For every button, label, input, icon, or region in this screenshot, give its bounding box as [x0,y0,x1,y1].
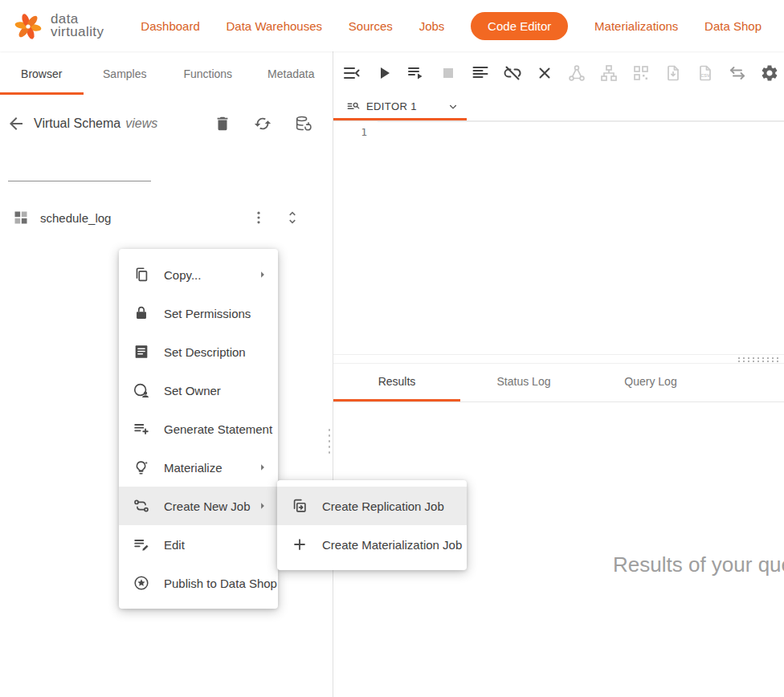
chevron-down-icon[interactable] [446,100,460,114]
nav-dashboard[interactable]: Dashboard [141,19,199,33]
nav-data-warehouses[interactable]: Data Warehouses [227,19,323,33]
unlink-button[interactable] [503,63,522,83]
copy-icon [133,266,150,283]
tab-samples[interactable]: Samples [84,51,167,95]
editor-toolbar: CSV [333,51,784,95]
export-csv-button: CSV [696,63,715,83]
owner-icon [133,381,150,399]
collapse-editor-list-button[interactable] [342,63,361,83]
menu-item-create-replication-job[interactable]: Create Replication Job [277,487,467,525]
plan-grid-icon [631,63,651,83]
database-refresh-button[interactable] [293,114,312,133]
settings-button[interactable] [760,63,779,83]
nav-jobs[interactable]: Jobs [419,19,445,33]
schema-title: Virtual Schemaviews [34,116,157,131]
delete-schema-button[interactable] [213,114,232,133]
menu-item-set-owner[interactable]: Set Owner [119,371,278,410]
tree-structure-icon [599,63,619,83]
refresh-icon [254,115,272,132]
play-icon [374,63,394,83]
manage-search-icon [346,100,361,114]
back-button[interactable] [6,114,26,133]
swap-horizontal-icon [728,63,747,83]
plus-icon [291,536,308,553]
graph-nodes-icon [567,63,586,83]
nav-materializations[interactable]: Materializations [594,19,678,33]
results-splitter[interactable] [333,354,784,364]
menu-item-generate-statement[interactable]: Generate Statement [119,410,278,448]
top-nav: data virtuality Dashboard Data Warehouse… [0,0,784,51]
tab-results[interactable]: Results [333,364,460,401]
main-area: Browser Samples Functions Metadata Virtu… [0,51,784,697]
menu-item-set-description[interactable]: Set Description [119,332,278,371]
menu-item-set-permissions[interactable]: Set Permissions [119,294,278,332]
editor-tab-label: EDITOR 1 [366,100,440,112]
schema-header: Virtual Schemaviews [6,114,333,133]
logo-text: data virtuality [51,13,104,39]
nav-sources[interactable]: Sources [349,19,393,33]
menu-item-create-new-job[interactable]: Create New Job [119,487,278,525]
submenu-arrow-icon [255,267,270,282]
workflow-icon [133,497,150,515]
menu-item-copy[interactable]: Copy... [119,255,278,294]
menu-item-edit[interactable]: Edit [119,525,278,564]
submenu-arrow-icon [255,499,270,513]
svg-text:CSV: CSV [700,73,710,78]
arrow-left-icon [6,114,26,133]
star-circle-icon [133,574,150,592]
run-script-button[interactable] [406,63,426,83]
sidebar-tabs: Browser Samples Functions Metadata [0,51,333,95]
logo-text-line2: virtuality [51,26,104,39]
tab-metadata[interactable]: Metadata [250,51,333,95]
panel-resize-handle[interactable] [327,427,332,454]
nav-code-editor[interactable]: Code Editor [471,12,568,40]
results-placeholder: Results of your queries will be displaye… [613,552,784,577]
export-file-button [664,63,683,83]
expand-collapse-button[interactable] [283,208,302,227]
tab-browser[interactable]: Browser [0,51,84,95]
table-grid-icon [13,210,29,226]
playlist-edit-icon [133,536,150,553]
swap-connection-button[interactable] [728,63,747,83]
gear-icon [760,63,779,83]
align-left-icon [471,63,490,83]
tab-functions[interactable]: Functions [166,51,250,95]
line-number: 1 [361,126,367,138]
playlist-play-icon [406,63,426,83]
app-logo[interactable]: data virtuality [11,9,104,43]
refresh-schema-button[interactable] [253,114,272,133]
dependencies-button [567,63,586,83]
tab-query-log[interactable]: Query Log [587,364,714,401]
file-download-icon [664,63,683,83]
main-nav: Dashboard Data Warehouses Sources Jobs C… [112,12,784,40]
menu-open-icon [342,63,361,83]
schema-search-input[interactable] [8,164,158,178]
stop-icon [439,63,458,83]
menu-item-publish-to-data-shop[interactable]: Publish to Data Shop [119,564,278,602]
item-options-button[interactable] [249,208,268,227]
run-button[interactable] [374,63,394,83]
menu-item-create-materialization-job[interactable]: Create Materialization Job [277,525,467,564]
lightbulb-icon [133,459,150,476]
tab-status-log[interactable]: Status Log [460,364,587,401]
code-input-area[interactable] [378,121,784,354]
tree-item-schedule-log[interactable]: schedule_log [0,202,333,233]
logo-flower-icon [11,9,45,43]
close-icon [535,63,554,83]
link-off-icon [503,63,522,83]
lineage-button [599,63,619,83]
create-new-job-submenu: Create Replication Job Create Materializ… [277,480,467,570]
code-editor-area: 1 [333,121,784,354]
menu-item-materialize[interactable]: Materialize [119,448,278,487]
editor-tab-1[interactable]: EDITOR 1 [333,95,467,120]
kebab-menu-icon [251,210,267,226]
nav-data-shop[interactable]: Data Shop [704,19,762,33]
schema-subtitle-text: views [125,116,157,130]
close-editor-button[interactable] [535,63,554,83]
format-query-button[interactable] [471,63,490,83]
editor-tab-bar: EDITOR 1 [333,95,784,121]
trash-icon [214,115,231,132]
schema-search[interactable] [8,164,151,181]
tree-item-label: schedule_log [40,211,111,225]
code-editor-panel: CSV EDITOR 1 1 Result [333,51,784,697]
